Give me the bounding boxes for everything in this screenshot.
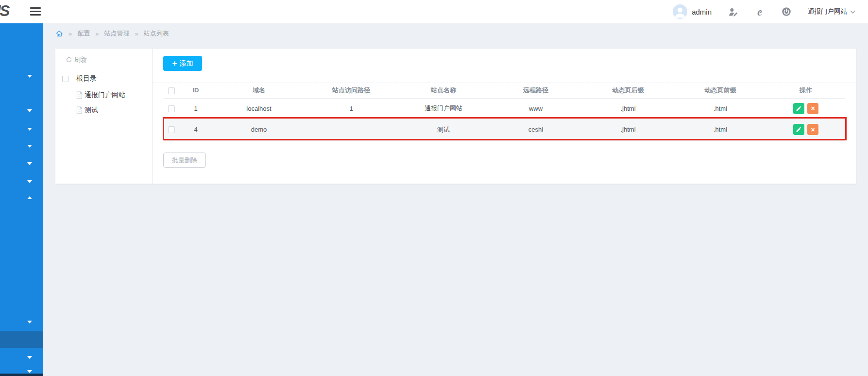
edit-profile-icon[interactable] [728, 6, 738, 17]
hamburger-menu-icon[interactable] [30, 7, 41, 16]
column-header-dynamic-suffix: 动态页后缀 [582, 83, 674, 98]
cell-remote-path: ceshi [490, 119, 582, 140]
refresh-icon [66, 56, 72, 63]
add-button[interactable]: + 添加 [163, 56, 202, 71]
breadcrumb-separator: » [95, 30, 99, 37]
x-icon: × [811, 126, 815, 133]
delete-button[interactable]: × [807, 103, 818, 114]
sidebar-expand-arrow[interactable] [27, 321, 32, 324]
document-icon [76, 106, 83, 114]
cell-id: 1 [179, 98, 213, 119]
tree-node-portal-site[interactable]: 通报门户网站 [76, 91, 125, 100]
sidebar-expand-arrow[interactable] [27, 109, 32, 112]
column-header-site-name: 站点名称 [397, 83, 490, 98]
site-tree-panel: 刷新 − 根目录 通报门户网站 测试 [55, 49, 153, 184]
cell-dynamic-prefix: .html [674, 98, 766, 119]
breadcrumb-item-config[interactable]: 配置 [77, 29, 90, 38]
row-checkbox[interactable] [168, 105, 175, 112]
breadcrumb-separator: » [135, 30, 138, 37]
logout-power-icon[interactable] [781, 6, 792, 17]
sidebar-expand-arrow[interactable] [27, 128, 32, 131]
cell-dynamic-suffix: .jhtml [582, 98, 674, 119]
topbar-right-cluster: admin e 通报门户网站 [673, 0, 854, 23]
batch-delete-button[interactable]: 批量删除 [163, 153, 206, 168]
sidebar-expand-arrow[interactable] [27, 162, 32, 165]
column-header-access-path: 站点访问路径 [305, 83, 397, 98]
breadcrumb-separator: » [68, 30, 72, 37]
cell-access-path: 1 [305, 98, 397, 119]
tree-node-label: 通报门户网站 [85, 91, 125, 100]
plus-icon: + [172, 59, 177, 68]
delete-button[interactable]: × [807, 124, 818, 135]
tree-root-directory[interactable]: − 根目录 [62, 74, 97, 83]
table-row-highlighted: 4 demo 测试 ceshi .jhtml .html × [164, 119, 845, 140]
top-bar: IS admin e [0, 0, 868, 23]
column-header-domain: 域名 [213, 83, 305, 98]
table-row: 1 localhost 1 通报门户网站 www .jhtml .html [164, 98, 845, 119]
column-header-dynamic-prefix: 动态页前缀 [674, 83, 766, 98]
add-button-label: 添加 [179, 59, 193, 68]
tree-node-label: 测试 [85, 106, 98, 115]
cell-dynamic-suffix: .jhtml [582, 119, 674, 140]
cell-id: 4 [179, 119, 213, 140]
browser-preview-icon[interactable]: e [754, 6, 765, 17]
x-icon: × [811, 105, 815, 112]
sidebar-expand-arrow[interactable] [27, 75, 32, 78]
site-list-panel: + 添加 ID 域名 站点访问路径 站点名称 远程路 [153, 49, 856, 184]
username-label[interactable]: admin [692, 8, 712, 16]
site-switcher-dropdown[interactable]: 通报门户网站 [808, 7, 854, 16]
breadcrumb: » 配置 » 站点管理 » 站点列表 [55, 27, 169, 40]
sidebar-expand-arrow[interactable] [27, 145, 32, 148]
sidebar-expand-arrow[interactable] [27, 370, 32, 373]
sidebar-active-item[interactable] [0, 331, 43, 348]
column-header-id: ID [179, 83, 213, 98]
sidebar-bottom-strip [0, 374, 43, 376]
tree-root-label: 根目录 [76, 74, 97, 83]
main-sidebar [0, 23, 43, 376]
home-icon[interactable] [55, 30, 63, 37]
column-header-actions: 操作 [766, 83, 845, 98]
cell-site-name: 测试 [397, 119, 490, 140]
site-switcher-label: 通报门户网站 [808, 7, 847, 16]
content-card: 刷新 − 根目录 通报门户网站 测试 + 添加 [55, 49, 856, 184]
row-checkbox[interactable] [168, 126, 175, 133]
refresh-label: 刷新 [74, 55, 87, 64]
tree-collapse-icon[interactable]: − [62, 76, 68, 82]
select-all-checkbox[interactable] [168, 87, 175, 94]
sidebar-expand-arrow[interactable] [27, 180, 32, 183]
user-avatar[interactable] [673, 4, 687, 19]
pencil-icon [796, 126, 802, 133]
cell-remote-path: www [490, 98, 582, 119]
cell-domain: localhost [213, 98, 305, 119]
document-icon [76, 91, 83, 99]
breadcrumb-item-site-list[interactable]: 站点列表 [144, 29, 169, 38]
cell-access-path [305, 119, 397, 140]
pencil-icon [796, 105, 802, 112]
edit-button[interactable] [793, 124, 804, 135]
cell-dynamic-prefix: .html [674, 119, 766, 140]
tree-node-test[interactable]: 测试 [76, 106, 98, 115]
breadcrumb-item-site-management[interactable]: 站点管理 [104, 29, 129, 38]
app-logo[interactable]: IS [0, 2, 9, 20]
site-table: ID 域名 站点访问路径 站点名称 远程路径 动态页后缀 动态页前缀 操作 1 [164, 83, 845, 141]
table-header-row: ID 域名 站点访问路径 站点名称 远程路径 动态页后缀 动态页前缀 操作 [164, 83, 845, 98]
cell-domain: demo [213, 119, 305, 140]
refresh-button[interactable]: 刷新 [66, 55, 87, 64]
sidebar-expand-arrow[interactable] [27, 356, 32, 359]
edit-button[interactable] [793, 103, 804, 114]
chevron-down-icon [851, 8, 855, 13]
column-header-remote-path: 远程路径 [490, 83, 582, 98]
cell-site-name: 通报门户网站 [397, 98, 490, 119]
sidebar-collapse-arrow[interactable] [27, 196, 32, 199]
